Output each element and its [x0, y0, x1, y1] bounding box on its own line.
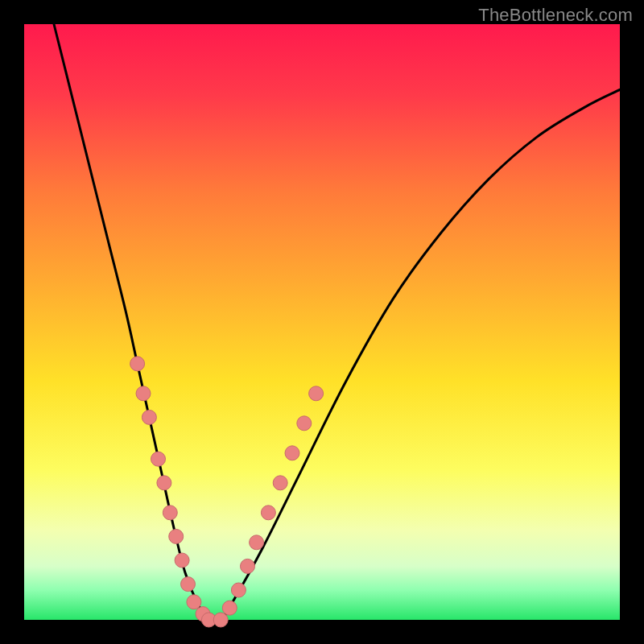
curve-marker: [169, 529, 184, 543]
curve-marker: [181, 577, 196, 592]
curve-marker: [250, 535, 264, 550]
curve-marker: [187, 595, 201, 609]
curve-marker: [285, 446, 299, 460]
curve-marker: [222, 601, 237, 615]
watermark-text: TheBottleneck.com: [478, 5, 633, 26]
curve-marker: [261, 506, 275, 520]
curve-marker: [175, 553, 189, 568]
curve-marker: [151, 452, 166, 466]
chart-frame: TheBottleneck.com: [0, 0, 644, 644]
curve-marker: [309, 386, 324, 401]
curve-marker: [231, 583, 246, 597]
curve-marker: [142, 410, 156, 424]
curve-marker: [136, 386, 151, 401]
plot-area: [24, 24, 620, 620]
curve-marker: [163, 506, 177, 520]
curve-marker: [157, 476, 171, 490]
curve-marker: [241, 559, 255, 573]
curve-marker: [297, 416, 312, 431]
curve-marker: [130, 357, 145, 371]
curve-marker: [273, 476, 287, 490]
curve-bottleneck-curve: [54, 24, 620, 622]
curve-marker: [213, 613, 228, 627]
chart-svg: [24, 24, 620, 620]
